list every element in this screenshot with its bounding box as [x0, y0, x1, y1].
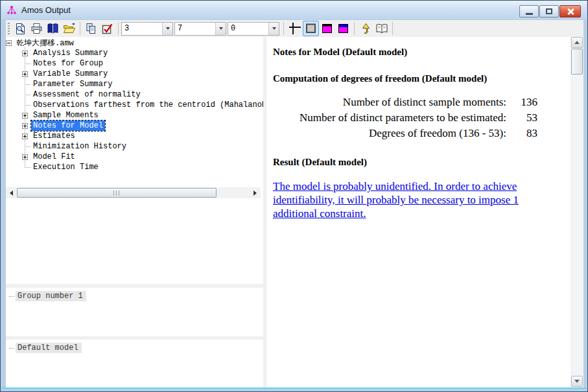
tree-item-notes-for-group[interactable]: Notes for Group	[6, 58, 263, 69]
minimize-icon	[526, 13, 533, 15]
toolbar-separator	[392, 22, 393, 35]
expand-icon[interactable]	[22, 71, 28, 77]
output-vertical-scrollbar[interactable]	[570, 37, 583, 387]
tree-item-label[interactable]: Estimates	[31, 131, 77, 141]
models-pane: Default model	[6, 340, 263, 387]
table-black-header-button[interactable]	[319, 21, 335, 36]
copy-icon	[85, 23, 97, 35]
tree-stub	[9, 348, 14, 349]
tree-item-observations-farthest[interactable]: Observations farthest from the centroid …	[6, 100, 263, 110]
print-icon	[30, 23, 43, 35]
options-button[interactable]	[99, 21, 115, 36]
tree-item-label[interactable]: Sample Moments	[31, 110, 100, 121]
output-content-pane: Notes for Model (Default model) Computat…	[266, 37, 583, 387]
tree-stub	[25, 167, 30, 168]
output-tree-pane: 乾坤大挪移.amw Analysis Summary Notes for Gro…	[6, 37, 263, 284]
open-file-button[interactable]	[61, 21, 77, 36]
contents-book-button[interactable]	[45, 21, 61, 36]
scroll-right-icon[interactable]	[253, 190, 257, 196]
tree-item-notes-for-model[interactable]: Notes for Model	[6, 121, 263, 131]
chevron-down-icon[interactable]	[215, 23, 226, 35]
groups-pane: Group number 1	[6, 288, 263, 336]
tree-stub	[25, 63, 30, 64]
tree-item-label[interactable]: Execution Time	[31, 162, 100, 172]
tree-item-label[interactable]: Model Fit	[31, 152, 77, 162]
print-button[interactable]	[29, 21, 45, 36]
print-preview-icon	[14, 23, 27, 35]
expand-icon[interactable]	[22, 123, 28, 129]
scroll-up-button[interactable]	[571, 37, 583, 48]
dof-section-heading: Computation of degrees of freedom (Defau…	[273, 73, 561, 84]
tree-item-label[interactable]: Observations farthest from the centroid …	[31, 100, 263, 110]
table-row: Degrees of freedom (136 - 53): 83	[273, 126, 537, 141]
scroll-left-icon[interactable]	[10, 190, 13, 196]
copy-button[interactable]	[83, 21, 99, 36]
group-item-label[interactable]: Group number 1	[16, 291, 86, 301]
result-link[interactable]: The model is probably unidentified. In o…	[273, 179, 550, 220]
tree-item-label[interactable]: Notes for Group	[31, 58, 105, 69]
tree-item-minimization-history[interactable]: Minimization History	[6, 141, 263, 152]
print-preview-button[interactable]	[12, 21, 29, 36]
vertical-scrollbar-thumb[interactable]	[571, 49, 583, 75]
path-diagram-cross-icon	[288, 22, 301, 35]
tree-item-root[interactable]: 乾坤大挪移.amw	[6, 38, 263, 48]
tree-horizontal-scrollbar[interactable]	[6, 187, 261, 198]
client-area: 乾坤大挪移.amw Analysis Summary Notes for Gro…	[6, 37, 583, 387]
expand-icon[interactable]	[22, 113, 28, 119]
book-icon	[47, 23, 59, 35]
yellow-arrow-up-icon	[360, 23, 371, 35]
tree-item-label[interactable]: 乾坤大挪移.amw	[14, 37, 76, 49]
chevron-down-icon[interactable]	[268, 23, 279, 35]
group-list-item[interactable]: Group number 1	[6, 288, 263, 301]
tree-item-label[interactable]: Variable Summary	[31, 69, 110, 79]
expand-icon[interactable]	[22, 154, 28, 160]
tree-item-parameter-summary[interactable]: Parameter Summary	[6, 79, 263, 89]
show-grid-lines-button[interactable]	[287, 21, 303, 36]
close-button[interactable]	[559, 5, 581, 17]
table-row: Number of distinct sample moments: 136	[273, 95, 537, 110]
close-icon	[567, 8, 574, 16]
tree-item-execution-time[interactable]: Execution Time	[6, 162, 263, 172]
table-blue-header-button[interactable]	[335, 21, 351, 36]
tree-stub	[9, 296, 14, 297]
tree-item-label[interactable]: Analysis Summary	[31, 48, 110, 58]
text-macro-button[interactable]	[357, 21, 373, 36]
tree-item-analysis-summary[interactable]: Analysis Summary	[6, 48, 263, 58]
tree-item-estimates[interactable]: Estimates	[6, 131, 263, 141]
scroll-down-icon	[574, 380, 580, 383]
help-button[interactable]	[373, 21, 390, 36]
dof-row-value: 83	[506, 126, 537, 141]
scroll-down-button[interactable]	[571, 376, 583, 387]
tree-item-assessment-of-normality[interactable]: Assessment of normality	[6, 89, 263, 100]
tree-stub	[25, 105, 30, 106]
dof-table: Number of distinct sample moments: 136 N…	[273, 95, 537, 141]
dof-row-value: 136	[506, 95, 537, 110]
plain-table-view-button[interactable]	[303, 21, 319, 36]
decimal-offset-combo[interactable]: 0	[228, 22, 279, 36]
tree-item-label[interactable]: Assessment of normality	[31, 89, 143, 100]
collapse-icon[interactable]	[6, 40, 12, 46]
output-title: Notes for Model (Default model)	[273, 47, 561, 58]
toolbar-separator	[118, 22, 119, 35]
toolbar: 3 7 0	[6, 20, 583, 37]
model-item-label[interactable]: Default model	[16, 343, 82, 353]
horizontal-scrollbar-thumb[interactable]	[17, 188, 217, 198]
frame-inner-glow	[2, 387, 586, 389]
toolbar-grip[interactable]	[8, 23, 10, 34]
field-width-combo-value: 7	[175, 24, 215, 33]
field-width-combo[interactable]: 7	[174, 22, 226, 36]
minimize-button[interactable]	[519, 5, 539, 17]
tree-item-label-selected[interactable]: Notes for Model	[31, 121, 105, 131]
tree-item-sample-moments[interactable]: Sample Moments	[6, 110, 263, 121]
decimals-combo[interactable]: 3	[121, 22, 173, 36]
expand-icon[interactable]	[22, 51, 28, 56]
tree-item-model-fit[interactable]: Model Fit	[6, 152, 263, 162]
tree-item-variable-summary[interactable]: Variable Summary	[6, 69, 263, 79]
maximize-button[interactable]	[539, 5, 559, 17]
table-row: Number of distinct parameters to be esti…	[273, 110, 537, 126]
model-list-item[interactable]: Default model	[6, 340, 263, 353]
chevron-down-icon[interactable]	[162, 23, 172, 35]
tree-item-label[interactable]: Parameter Summary	[31, 79, 114, 89]
expand-icon[interactable]	[22, 133, 28, 139]
tree-item-label[interactable]: Minimization History	[31, 141, 128, 152]
